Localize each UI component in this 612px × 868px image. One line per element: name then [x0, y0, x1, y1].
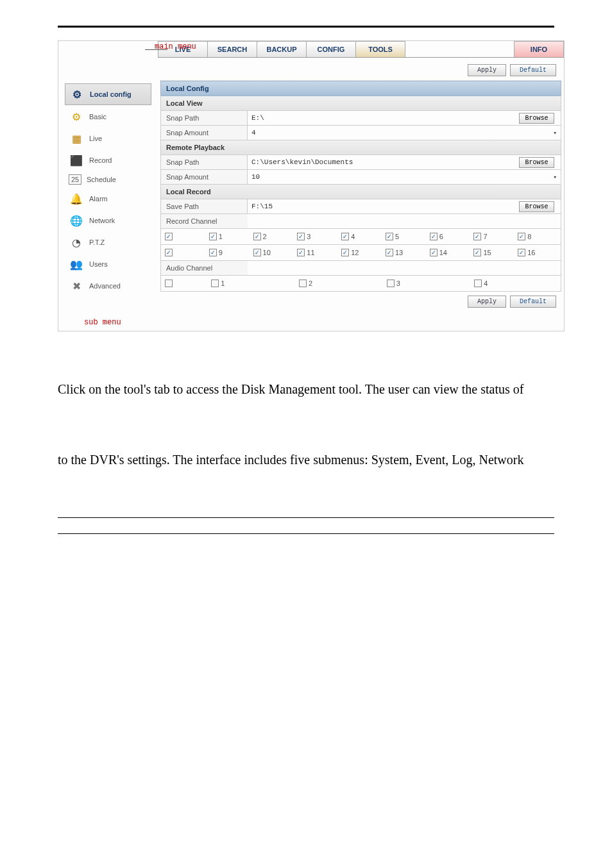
paragraph: to the DVR's settings. The interface inc…	[58, 447, 554, 472]
sidebar-item-label: Advanced	[89, 282, 121, 290]
sidebar-item-record[interactable]: ⬛ Record	[65, 150, 151, 171]
apply-button-top[interactable]: Apply	[468, 64, 506, 76]
sidebar-item-local-config[interactable]: ⚙ Local config	[65, 83, 151, 105]
record-icon: ⬛	[69, 153, 84, 168]
sidebar-item-ptz[interactable]: ◔ P.T.Z	[65, 232, 151, 253]
bell-icon: 🔔	[69, 191, 84, 206]
sidebar-item-users[interactable]: 👥 Users	[65, 254, 151, 274]
checkbox-audio2[interactable]	[299, 280, 307, 287]
audio-channel-row: 1 2 3 4	[160, 276, 561, 292]
apply-button-bottom[interactable]: Apply	[468, 296, 506, 308]
tab-search[interactable]: SEARCH	[207, 41, 257, 57]
document-body: Click on the tool's tab to access the Di…	[0, 376, 612, 534]
snap-path-label: Snap Path	[161, 111, 248, 125]
sidebar-item-alarm[interactable]: 🔔 Alarm	[65, 188, 151, 209]
checkbox-ch5[interactable]	[386, 233, 393, 240]
sidebar-item-basic[interactable]: ⚙ Basic	[65, 106, 151, 127]
grid-icon: ▦	[69, 131, 84, 146]
horizontal-rule	[58, 517, 554, 518]
checkbox-ch1[interactable]	[209, 233, 217, 240]
snap-amount-label: Snap Amount	[161, 126, 248, 140]
default-button-bottom[interactable]: Default	[510, 296, 556, 308]
browse-button[interactable]: Browse	[519, 157, 554, 168]
horizontal-rule	[58, 533, 554, 534]
ptz-icon: ◔	[69, 235, 84, 250]
checkbox-ch10[interactable]	[253, 249, 261, 256]
sidebar-item-advanced[interactable]: ✖ Advanced	[65, 276, 151, 296]
chevron-down-icon: ▾	[554, 174, 557, 181]
record-channel-label: Record Channel	[161, 214, 248, 228]
sub-menu-annotation: sub menu	[58, 314, 564, 331]
main-tab-row: LIVE SEARCH BACKUP CONFIG TOOLS INFO	[158, 41, 564, 58]
checkbox-audio4[interactable]	[474, 280, 482, 287]
chevron-down-icon: ▾	[554, 129, 557, 137]
rp-snap-path-value: C:\Users\kevin\Documents	[248, 155, 513, 169]
screenshot-container: main menu LIVE SEARCH BACKUP CONFIG TOOL…	[0, 40, 612, 331]
users-icon: 👥	[69, 256, 84, 272]
section-local-record: Local Record	[160, 185, 561, 199]
sidebar-item-label: Basic	[89, 113, 106, 121]
checkbox-audio3[interactable]	[387, 280, 395, 287]
checkbox-ch11[interactable]	[297, 249, 305, 256]
checkbox-audio-all[interactable]	[165, 280, 173, 287]
sidebar-item-label: P.T.Z	[89, 238, 105, 246]
sidebar-item-label: Schedule	[87, 176, 116, 183]
checkbox-ch4[interactable]	[341, 233, 349, 240]
tab-config[interactable]: CONFIG	[306, 41, 356, 57]
tab-info[interactable]: INFO	[514, 41, 564, 57]
checkbox-ch9[interactable]	[209, 249, 217, 256]
rp-snap-path-label: Snap Path	[161, 155, 248, 169]
tab-backup[interactable]: BACKUP	[257, 41, 307, 57]
sidebar-item-live[interactable]: ▦ Live	[65, 128, 151, 149]
audio-channel-label: Audio Channel	[161, 261, 248, 275]
checkbox-ch13[interactable]	[386, 249, 393, 256]
checkbox-ch3[interactable]	[297, 233, 305, 240]
default-button-top[interactable]: Default	[510, 64, 556, 76]
record-channel-row: 9 10 11 12 13 14 15 16	[160, 245, 561, 261]
sidebar-item-label: Network	[89, 217, 115, 224]
sidebar-item-label: Live	[89, 135, 102, 142]
globe-icon: 🌐	[69, 213, 84, 228]
browse-button[interactable]: Browse	[519, 113, 554, 124]
tab-tools[interactable]: TOOLS	[355, 41, 405, 57]
page-top-rule	[58, 26, 554, 28]
snap-amount-select[interactable]: 4 ▾	[248, 126, 561, 140]
rp-snap-amount-label: Snap Amount	[161, 170, 248, 184]
sidebar-item-label: Alarm	[89, 195, 108, 203]
checkbox-all-row2[interactable]	[165, 249, 173, 256]
calendar-icon: 25	[69, 174, 81, 185]
sidebar-item-network[interactable]: 🌐 Network	[65, 210, 151, 231]
save-path-label: Save Path	[161, 199, 248, 213]
checkbox-ch14[interactable]	[430, 249, 438, 256]
checkbox-ch15[interactable]	[473, 249, 481, 256]
section-remote-playback: Remote Playback	[160, 140, 561, 155]
snap-path-value: E:\	[248, 111, 513, 125]
rp-snap-amount-select[interactable]: 10 ▾	[248, 170, 561, 184]
config-panel: Apply Default Local Config Local View Sn…	[158, 60, 564, 314]
checkbox-ch2[interactable]	[253, 233, 261, 240]
checkbox-audio1[interactable]	[211, 280, 219, 287]
paragraph: Click on the tool's tab to access the Di…	[58, 376, 554, 402]
gear-icon: ⚙	[69, 87, 85, 102]
checkbox-ch8[interactable]	[518, 233, 525, 240]
app-window: main menu LIVE SEARCH BACKUP CONFIG TOOL…	[58, 40, 565, 331]
checkbox-ch7[interactable]	[473, 233, 481, 240]
gear-icon: ⚙	[69, 109, 84, 124]
sidebar-item-label: Local config	[90, 90, 132, 98]
checkbox-ch6[interactable]	[430, 233, 438, 240]
checkbox-all-row1[interactable]	[165, 233, 173, 240]
record-channel-row: 1 2 3 4 5 6 7 8	[160, 229, 561, 245]
browse-button[interactable]: Browse	[519, 201, 554, 212]
save-path-value: F:\15	[248, 199, 513, 213]
sidebar-item-label: Record	[89, 156, 112, 164]
checkbox-ch12[interactable]	[341, 249, 349, 256]
section-local-view: Local View	[160, 96, 561, 111]
sidebar: ⚙ Local config ⚙ Basic ▦ Live ⬛ Record 2…	[58, 60, 158, 314]
tools-icon: ✖	[69, 278, 84, 294]
checkbox-ch16[interactable]	[518, 249, 525, 256]
panel-title: Local Config	[160, 81, 561, 96]
sidebar-item-schedule[interactable]: 25 Schedule	[65, 172, 151, 187]
sidebar-item-label: Users	[89, 260, 108, 268]
